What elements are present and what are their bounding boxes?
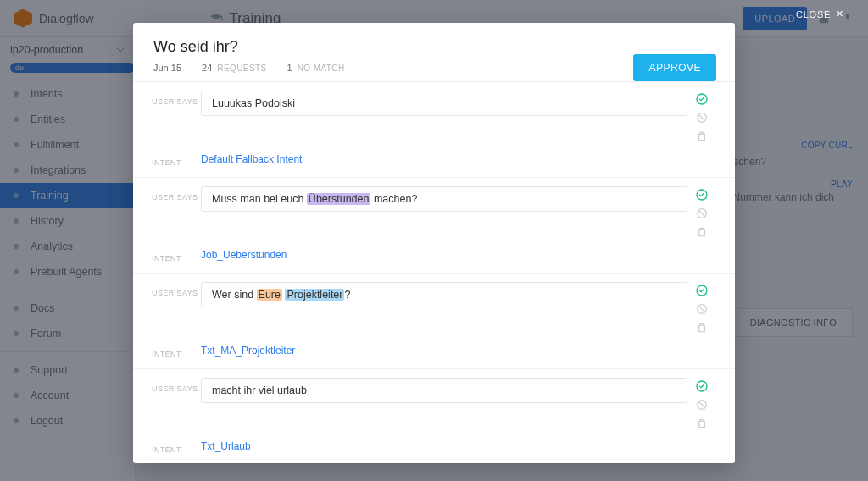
- req-label: REQUESTS: [217, 64, 266, 73]
- user-utterance[interactable]: macht ihr viel urlaub: [201, 378, 687, 403]
- training-row: USER SAYSmacht ihr viel urlaubINTENTTxt_…: [133, 369, 735, 463]
- close-icon: ✕: [836, 8, 844, 19]
- unassign-icon[interactable]: [695, 398, 709, 412]
- intent-link[interactable]: Txt_Urlaub: [201, 439, 687, 452]
- user-says-label: USER SAYS: [152, 378, 201, 393]
- user-utterance[interactable]: Muss man bei euch Überstunden machen?: [201, 186, 687, 212]
- nomatch-label: NO MATCH: [298, 64, 345, 73]
- trash-icon[interactable]: [695, 130, 709, 143]
- unassign-icon[interactable]: [695, 111, 709, 124]
- modal-body[interactable]: USER SAYSLuuukas PodolskiINTENTDefault F…: [133, 81, 735, 463]
- modal-date: Jun 15: [153, 63, 181, 73]
- intent-label: INTENT: [152, 439, 201, 454]
- training-row: USER SAYSLuuukas PodolskiINTENTDefault F…: [133, 82, 735, 178]
- modal-nomatch: 1 NO MATCH: [287, 63, 345, 73]
- row-actions: [687, 91, 716, 143]
- req-count: 24: [202, 63, 212, 73]
- user-says-label: USER SAYS: [152, 186, 201, 202]
- intent-link[interactable]: Default Fallback Intent: [201, 152, 687, 165]
- row-actions: [687, 186, 716, 239]
- user-utterance[interactable]: Luuukas Podolski: [201, 91, 687, 116]
- approve-icon[interactable]: [695, 379, 709, 393]
- user-utterance[interactable]: Wer sind Eure Projektleiter?: [201, 282, 687, 307]
- modal-title: Wo seid ihr?: [153, 38, 715, 56]
- unassign-icon[interactable]: [695, 302, 709, 316]
- entity-highlight[interactable]: Projektleiter: [285, 289, 344, 301]
- intent-label: INTENT: [152, 152, 201, 167]
- close-label: CLOSE: [796, 9, 831, 19]
- approve-icon[interactable]: [695, 92, 709, 106]
- row-actions: [687, 378, 716, 430]
- training-modal: Wo seid ihr? Jun 15 24 REQUESTS 1 NO MAT…: [133, 23, 735, 463]
- modal-subheader: Jun 15 24 REQUESTS 1 NO MATCH: [153, 63, 715, 73]
- entity-highlight[interactable]: Eure: [257, 289, 282, 301]
- intent-link[interactable]: Txt_MA_Projektleiter: [201, 343, 687, 357]
- modal-scrim: CLOSE ✕ APPROVE Wo seid ihr? Jun 15 24 R…: [0, 0, 868, 481]
- trash-icon[interactable]: [695, 417, 709, 430]
- entity-highlight[interactable]: Überstunden: [307, 193, 371, 205]
- user-says-label: USER SAYS: [152, 91, 201, 106]
- intent-link[interactable]: Job_Ueberstunden: [201, 247, 687, 261]
- intent-label: INTENT: [152, 343, 201, 358]
- close-button[interactable]: CLOSE ✕: [796, 8, 844, 19]
- nomatch-count: 1: [287, 63, 292, 73]
- trash-icon[interactable]: [695, 321, 709, 334]
- user-says-label: USER SAYS: [152, 282, 201, 297]
- approve-button[interactable]: APPROVE: [633, 54, 716, 81]
- intent-label: INTENT: [152, 247, 201, 263]
- modal-requests: 24 REQUESTS: [202, 63, 267, 73]
- approve-icon[interactable]: [695, 188, 709, 202]
- unassign-icon[interactable]: [695, 207, 709, 220]
- training-row: USER SAYSWer sind Eure Projektleiter?INT…: [133, 274, 735, 369]
- trash-icon[interactable]: [695, 225, 709, 239]
- row-actions: [687, 282, 716, 334]
- approve-icon[interactable]: [695, 284, 709, 297]
- training-row: USER SAYSMuss man bei euch Überstunden m…: [133, 178, 735, 274]
